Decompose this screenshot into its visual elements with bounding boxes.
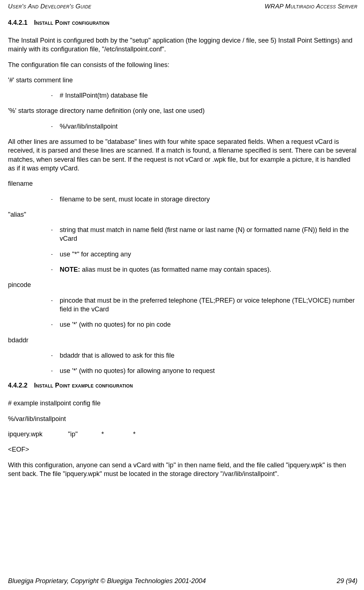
- paragraph: "alias": [8, 210, 357, 219]
- list: filename to be sent, must locate in stor…: [8, 195, 357, 204]
- paragraph: '#' starts comment line: [8, 76, 357, 84]
- section-number: 4.4.2.1: [8, 19, 28, 26]
- paragraph: bdaddr: [8, 336, 357, 345]
- section-number: 4.4.2.2: [8, 382, 28, 389]
- list: %/var/lib/installpoint: [8, 122, 357, 131]
- header-right: WRAP Multiradio Access Server: [265, 3, 357, 10]
- paragraph: pincode: [8, 280, 357, 289]
- list: # InstallPoint(tm) database file: [8, 91, 357, 100]
- list-item: use '*' (with no quotes) for no pin code: [8, 320, 357, 329]
- footer-right: 29 (94): [337, 577, 357, 585]
- list: string that must match in name field (fi…: [8, 225, 357, 274]
- paragraph: All other lines are assumed to be "datab…: [8, 137, 357, 173]
- paragraph: # example installpoint config file: [8, 399, 357, 408]
- list-item: use "*" for accepting any: [8, 250, 357, 259]
- list-item: %/var/lib/installpoint: [8, 122, 357, 131]
- list-item: NOTE: alias must be in quotes (as format…: [8, 265, 357, 274]
- footer-left: Bluegiga Proprietary, Copyright © Bluegi…: [8, 577, 206, 585]
- list-item: pincode that must be in the preferred te…: [8, 296, 357, 314]
- list-item: string that must match in name field (fi…: [8, 225, 357, 243]
- list-item: use '*' (with no quotes) for allowing an…: [8, 366, 357, 375]
- list: bdaddr that is allowed to ask for this f…: [8, 351, 357, 375]
- section-heading-1: 4.4.2.1Install Point configuration: [8, 19, 357, 27]
- list: pincode that must be in the preferred te…: [8, 296, 357, 329]
- list-item: bdaddr that is allowed to ask for this f…: [8, 351, 357, 360]
- paragraph: ipquery.wpk "ip" * *: [8, 430, 357, 438]
- paragraph: %/var/lib/installpoint: [8, 414, 357, 423]
- paragraph: filename: [8, 179, 357, 188]
- section-heading-2: 4.4.2.2Install Point example configurati…: [8, 382, 357, 389]
- paragraph: '%' starts storage directory name defini…: [8, 106, 357, 115]
- paragraph: <EOF>: [8, 445, 357, 454]
- section-title: Install Point example configuration: [34, 382, 133, 389]
- note-text: alias must be in quotes (as formatted na…: [80, 266, 271, 273]
- list-item: # InstallPoint(tm) database file: [8, 91, 357, 100]
- paragraph: The configuration file can consists of t…: [8, 60, 357, 69]
- section-title: Install Point configuration: [34, 19, 110, 26]
- list-item: filename to be sent, must locate in stor…: [8, 195, 357, 204]
- note-label: NOTE:: [60, 266, 80, 273]
- paragraph: The Install Point is configured both by …: [8, 36, 357, 54]
- header-left: User's And Developer's Guide: [8, 3, 91, 10]
- paragraph: With this configuration, anyone can send…: [8, 461, 357, 479]
- page-header: User's And Developer's Guide WRAP Multir…: [8, 0, 357, 12]
- page-footer: Bluegiga Proprietary, Copyright © Bluegi…: [8, 577, 357, 585]
